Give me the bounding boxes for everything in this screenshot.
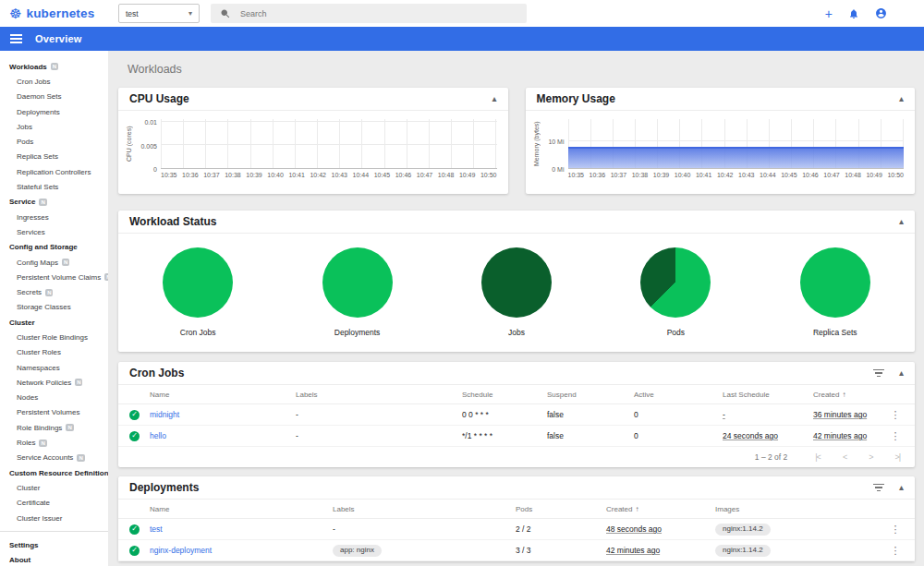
pods-pie-chart [640,247,711,318]
sidebar-item-secrets[interactable]: SecretsN [0,284,108,299]
column-header-suspend[interactable]: Suspend [547,391,626,399]
menu-button[interactable] [10,34,22,43]
collapse-card-button[interactable]: ▴ [899,368,904,378]
sidebar-item-role-bindings[interactable]: Role BindingsN [0,420,108,435]
column-header-images[interactable]: Images [715,505,880,513]
top-header: ☸ kubernetes test ▾ + [0,0,924,27]
sidebar-item-cron-jobs[interactable]: Cron Jobs [0,74,108,89]
sidebar-item-storage-classes[interactable]: Storage Classes [0,300,108,315]
column-header-created[interactable]: Created↑ [606,505,708,513]
column-header-labels[interactable]: Labels [296,391,455,399]
row-actions-menu-icon[interactable]: ⋮ [887,545,904,557]
cell-suspend: false [547,410,626,419]
namespaced-badge: N [66,424,73,431]
cron-jobs-table-header: Name Labels Schedule Suspend Active Last… [118,385,915,404]
collapse-card-button[interactable]: ▴ [899,217,904,226]
sidebar-item-cluster-issuer[interactable]: Cluster Issuer [0,511,108,525]
sort-ascending-icon: ↑ [842,391,845,399]
column-header-name[interactable]: Name [150,505,325,513]
sidebar-item-network-policies[interactable]: Network PoliciesN [0,375,108,390]
deployment-link[interactable]: nginx-deployment [150,546,325,555]
cpu-x-axis: 10:3510:3610:3710:3810:3910:4010:4110:42… [161,172,497,178]
cell-active: 0 [634,410,715,419]
column-header-schedule[interactable]: Schedule [462,391,540,399]
next-page-button[interactable]: > [869,452,872,462]
filter-icon[interactable] [873,369,884,378]
sidebar-section-custom-resource-definitions[interactable]: Custom Resource Definitions [0,465,108,480]
main-content: Workloads CPU Usage ▴ CPU (cores) 0.01 0… [108,51,924,566]
cronjob-link[interactable]: midnight [150,410,288,419]
sidebar-item-workloads[interactable]: WorkloadsN [0,59,108,74]
collapse-card-button[interactable]: ▴ [492,94,496,103]
collapse-card-button[interactable]: ▴ [899,483,904,492]
sidebar-item-stateful-sets[interactable]: Stateful Sets [0,179,108,194]
sidebar-item-daemon-sets[interactable]: Daemon Sets [0,90,108,104]
sidebar-divider [0,531,108,532]
search-input[interactable] [240,9,517,18]
column-header-name[interactable]: Name [150,391,288,399]
sidebar-item-cluster-role-bindings[interactable]: Cluster Role Bindings [0,330,108,344]
column-header-last-schedule[interactable]: Last Schedule [723,391,806,399]
jobs-pie-chart [481,247,552,318]
sidebar-item-deployments[interactable]: Deployments [0,104,108,119]
user-menu-button[interactable] [875,7,887,19]
cell-labels: - [296,431,455,440]
notifications-button[interactable] [848,8,859,19]
kubernetes-dashboard: ☸ kubernetes test ▾ + [0,0,924,566]
sidebar-item-replication-controllers[interactable]: Replication Controllers [0,164,108,179]
cpu-ytick: 0 [153,166,157,173]
sidebar-section-cluster[interactable]: Cluster [0,315,108,330]
previous-page-button[interactable]: < [843,452,846,462]
sidebar-item-service-accounts[interactable]: Service AccountsN [0,451,108,465]
sidebar-item-service[interactable]: ServiceN [0,195,108,210]
column-header-pods[interactable]: Pods [516,505,599,513]
sidebar-item-pods[interactable]: Pods [0,134,108,149]
cell-labels: - [333,524,508,534]
sidebar-section-config-and-storage[interactable]: Config and Storage [0,240,108,255]
sidebar-item-namespaces[interactable]: Namespaces [0,360,108,375]
collapse-card-button[interactable]: ▴ [899,94,904,103]
replica-sets-pie-chart [800,247,870,318]
row-actions-menu-icon[interactable]: ⋮ [887,409,904,421]
logo-text: kubernetes [26,6,94,20]
cpu-ytick: 0.005 [140,142,157,149]
sidebar-item-config-maps[interactable]: Config MapsN [0,255,108,270]
sidebar-item-roles[interactable]: RolesN [0,435,108,450]
sidebar-item-settings[interactable]: Settings [0,537,108,552]
namespace-select[interactable]: test ▾ [118,4,200,23]
blue-toolbar: Overview [0,27,924,51]
column-header-created[interactable]: Created↑ [813,391,880,399]
table-row: ✓ nginx-deployment app: nginx 3 / 3 42 m… [118,540,915,561]
pie-block-jobs: Jobs [481,247,552,337]
sidebar-item-jobs[interactable]: Jobs [0,119,108,134]
sidebar-item-cluster-roles[interactable]: Cluster Roles [0,345,108,360]
sidebar-item-services[interactable]: Services [0,224,108,239]
row-actions-menu-icon[interactable]: ⋮ [887,430,904,442]
table-pagination: 1 – 2 of 2 |< < > >| [118,447,915,467]
last-page-button[interactable]: >| [894,452,900,462]
status-ok-icon: ✓ [129,431,140,441]
sidebar-item-persistent-volumes[interactable]: Persistent Volumes [0,405,108,420]
row-actions-menu-icon[interactable]: ⋮ [887,524,904,536]
namespaced-badge: N [51,63,58,70]
status-ok-icon: ✓ [129,524,140,535]
memory-usage-chart: Memory (bytes) 10 Mi 0 Mi [533,119,905,169]
sidebar-item-certificate[interactable]: Certificate [0,496,108,511]
sidebar-item-ingresses[interactable]: Ingresses [0,210,108,224]
sidebar-item-about[interactable]: About [0,553,108,566]
header-actions: + [825,7,887,20]
cell-created: 42 minutes ago [813,431,880,440]
column-header-active[interactable]: Active [634,391,715,399]
first-page-button[interactable]: |< [815,452,821,462]
create-resource-button[interactable]: + [825,7,833,20]
column-header-labels[interactable]: Labels [333,505,508,513]
table-row: ✓ hello - */1 * * * * false 0 24 seconds… [118,426,915,447]
sidebar-item-persistent-volume-claims[interactable]: Persistent Volume ClaimsN [0,270,108,284]
cronjob-link[interactable]: hello [150,431,288,440]
filter-icon[interactable] [873,484,884,492]
sidebar-item-crd-cluster[interactable]: Cluster [0,480,108,495]
kubernetes-logo[interactable]: ☸ kubernetes [9,6,113,20]
sidebar-item-replica-sets[interactable]: Replica Sets [0,150,108,164]
deployment-link[interactable]: test [150,524,325,534]
sidebar-item-nodes[interactable]: Nodes [0,391,108,405]
